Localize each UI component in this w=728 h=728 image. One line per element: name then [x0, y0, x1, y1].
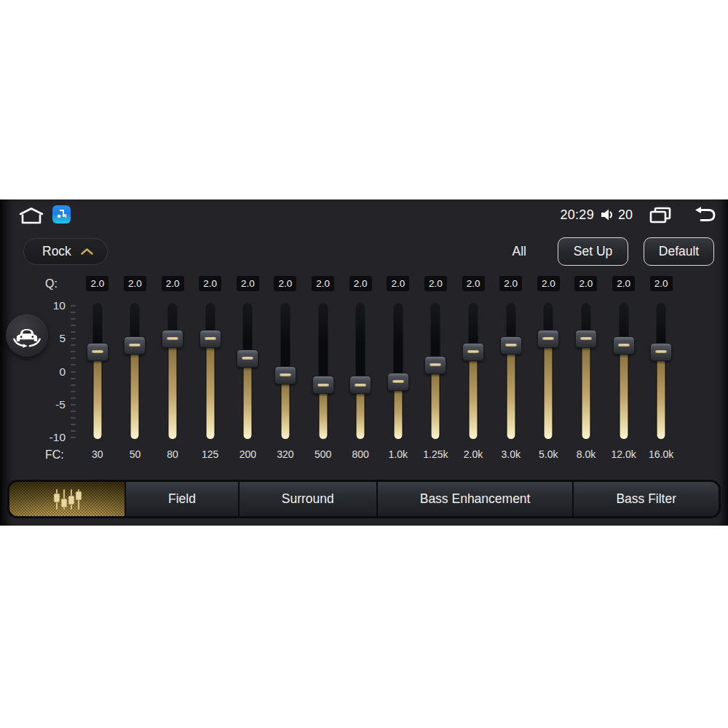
scale-tick [71, 338, 76, 339]
fc-cell: 800 [341, 448, 379, 460]
q-cell: 2.0 [79, 276, 116, 291]
slider-handle[interactable] [199, 330, 221, 348]
q-cell: 2.0 [567, 276, 605, 291]
eq-band-slider-30[interactable] [79, 300, 116, 446]
q-value-box[interactable]: 2.0 [237, 276, 259, 291]
eq-band-slider-5.0k[interactable] [530, 300, 568, 446]
scale-tick [71, 397, 76, 399]
q-value-box[interactable]: 2.0 [86, 276, 108, 291]
q-value-box[interactable]: 2.0 [650, 276, 673, 291]
default-button[interactable]: Default [644, 237, 714, 266]
fc-row-label: FC: [45, 448, 64, 462]
slider-fill [657, 352, 665, 439]
tab-bass-filter[interactable]: Bass Filter [572, 482, 719, 516]
eq-band-slider-1.0k[interactable] [379, 300, 417, 446]
audio-app-icon[interactable] [52, 205, 71, 223]
fc-frequency-label: 80 [167, 448, 178, 460]
eq-band-slider-80[interactable] [154, 300, 191, 446]
back-icon[interactable] [691, 206, 716, 223]
fc-frequency-label: 2.0k [464, 448, 483, 460]
fc-frequency-label: 1.0k [389, 448, 408, 460]
slider-handle[interactable] [274, 366, 296, 384]
dsp-tab-bar: FieldSurroundBass EnhancementBass Filter [7, 480, 721, 518]
slider-handle[interactable] [462, 343, 484, 361]
recent-apps-icon[interactable] [649, 205, 672, 224]
q-value-box[interactable]: 2.0 [462, 276, 485, 291]
slider-handle[interactable] [162, 330, 183, 348]
setup-button[interactable]: Set Up [558, 237, 628, 266]
eq-band-slider-1.25k[interactable] [417, 300, 455, 446]
eq-band-slider-8.0k[interactable] [567, 300, 605, 446]
q-value-box[interactable]: 2.0 [162, 276, 184, 291]
tab-equalizer[interactable] [9, 482, 124, 516]
scale-tick [71, 437, 76, 438]
eq-band-slider-200[interactable] [229, 300, 267, 446]
q-value-box[interactable]: 2.0 [574, 276, 597, 291]
fc-frequency-label: 200 [240, 448, 256, 460]
slider-handle[interactable] [312, 376, 334, 394]
slider-handle[interactable] [537, 330, 559, 348]
q-cell: 2.0 [642, 276, 680, 291]
eq-band-slider-800[interactable] [341, 300, 379, 446]
eq-band-slider-3.0k[interactable] [492, 300, 530, 446]
q-value-box[interactable]: 2.0 [424, 276, 447, 291]
eq-band-slider-12.0k[interactable] [605, 300, 643, 446]
sound-field-car-button[interactable] [6, 314, 48, 357]
q-cell: 2.0 [454, 276, 492, 291]
slider-handle[interactable] [650, 343, 672, 361]
status-bar-right: 20:29 20 [560, 205, 716, 225]
q-value-box[interactable]: 2.0 [349, 276, 372, 291]
eq-band-slider-125[interactable] [191, 300, 229, 446]
q-cell: 2.0 [116, 276, 154, 291]
slider-handle[interactable] [124, 336, 146, 355]
slider-handle[interactable] [349, 376, 371, 394]
handle-grip-line [618, 344, 630, 347]
eq-band-slider-2.0k[interactable] [454, 300, 492, 446]
q-value-box[interactable]: 2.0 [499, 276, 522, 291]
slider-handle[interactable] [424, 356, 446, 374]
slider-fill [432, 365, 440, 439]
q-value-box[interactable]: 2.0 [387, 276, 409, 291]
slider-handle[interactable] [613, 336, 635, 355]
tab-bass-enhancement[interactable]: Bass Enhancement [376, 482, 573, 516]
eq-band-slider-320[interactable] [266, 300, 304, 446]
gain-scale-label: -5 [35, 398, 66, 411]
fc-cell: 1.0k [379, 448, 417, 460]
slider-handle[interactable] [500, 336, 522, 355]
scale-tick [71, 424, 76, 425]
slider-handle[interactable] [575, 330, 597, 348]
preset-dropdown[interactable]: Rock [23, 238, 108, 265]
volume-icon[interactable] [598, 206, 616, 223]
q-value-box[interactable]: 2.0 [312, 276, 334, 291]
tab-surround[interactable]: Surround [238, 482, 376, 516]
scale-tick [71, 364, 76, 365]
q-cell: 2.0 [341, 276, 379, 291]
gain-scale-label: 10 [35, 299, 66, 312]
handle-grip-line [205, 337, 216, 340]
tab-label: Field [168, 491, 196, 507]
slider-handle[interactable] [237, 349, 258, 368]
home-icon[interactable] [18, 206, 44, 228]
q-value-box[interactable]: 2.0 [199, 276, 221, 291]
q-cell: 2.0 [379, 276, 417, 291]
q-cell: 2.0 [304, 276, 342, 291]
slider-fill [470, 352, 478, 439]
slider-handle[interactable] [87, 343, 108, 361]
eq-band-slider-50[interactable] [116, 300, 154, 446]
q-value-box[interactable]: 2.0 [274, 276, 296, 291]
slider-handle[interactable] [387, 373, 409, 391]
tab-label: Bass Enhancement [420, 491, 531, 507]
all-label[interactable]: All [513, 244, 526, 259]
q-cell: 2.0 [266, 276, 304, 291]
scale-tick [71, 325, 76, 326]
q-value-box[interactable]: 2.0 [537, 276, 560, 291]
q-value-box[interactable]: 2.0 [612, 276, 635, 291]
q-values-row: 2.02.02.02.02.02.02.02.02.02.02.02.02.02… [79, 276, 680, 291]
eq-band-slider-16.0k[interactable] [642, 300, 680, 446]
eq-band-slider-500[interactable] [304, 300, 342, 446]
q-value-box[interactable]: 2.0 [124, 276, 146, 291]
tab-field[interactable]: Field [124, 482, 238, 516]
scale-tick [71, 404, 76, 405]
gain-scale-label: -10 [35, 431, 66, 444]
handle-grip-line [655, 350, 667, 353]
